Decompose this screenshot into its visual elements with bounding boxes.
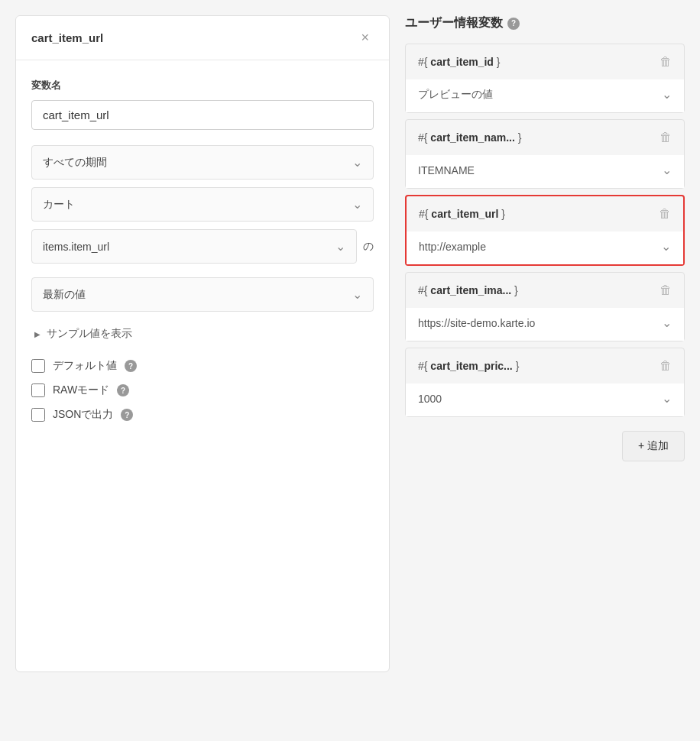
variable-card: #{ cart_item_id } 🗑 プレビューの値 ⌄ <box>405 44 685 113</box>
variable-value-text: http://example <box>419 241 486 253</box>
variable-hash: #{ <box>418 131 430 144</box>
variable-hash: #{ <box>418 284 430 296</box>
category-chevron-icon: ⌄ <box>352 197 362 212</box>
field-dropdown-label: items.item_url <box>43 241 335 253</box>
json-output-help-icon[interactable]: ? <box>121 409 133 421</box>
variable-varname: cart_item_id <box>430 56 493 68</box>
right-panel-header: ユーザー情報変数 ? <box>405 15 685 31</box>
variable-name-text: #{ cart_item_id } <box>418 56 500 68</box>
variable-name-text: #{ cart_item_nam... } <box>418 131 521 144</box>
field-suffix: の <box>363 240 374 254</box>
raw-mode-help-icon[interactable]: ? <box>117 384 129 396</box>
variable-chevron-icon[interactable]: ⌄ <box>661 239 671 254</box>
variable-varname: cart_item_pric... <box>430 360 512 372</box>
json-output-row: JSONで出力 ? <box>31 408 374 422</box>
default-value-row: デフォルト値 ? <box>31 359 374 373</box>
variable-card-header: #{ cart_item_ima... } 🗑 <box>406 273 684 308</box>
right-panel: ユーザー情報変数 ? #{ cart_item_id } 🗑 プレビューの値 ⌄… <box>390 0 700 741</box>
variable-varname: cart_item_ima... <box>430 284 511 296</box>
variable-card: #{ cart_item_nam... } 🗑 ITEMNAME ⌄ <box>405 119 685 189</box>
raw-mode-label: RAWモード <box>53 383 109 397</box>
period-dropdown[interactable]: すべての期間 ⌄ <box>31 145 374 180</box>
variable-name-text: #{ cart_item_url } <box>419 208 505 220</box>
panel-header: cart_item_url × <box>16 16 389 60</box>
variable-varname: cart_item_nam... <box>430 131 515 144</box>
variable-varname: cart_item_url <box>431 208 498 220</box>
field-chevron-icon: ⌄ <box>335 239 345 254</box>
variable-chevron-icon[interactable]: ⌄ <box>662 391 672 406</box>
variable-name-text: #{ cart_item_ima... } <box>418 284 518 296</box>
value-type-dropdown[interactable]: 最新の値 ⌄ <box>31 277 374 312</box>
raw-mode-row: RAWモード ? <box>31 383 374 397</box>
variable-value-row: ITEMNAME ⌄ <box>406 155 684 188</box>
category-dropdown-label: カート <box>43 198 352 212</box>
variable-value-text: 1000 <box>418 393 442 405</box>
variable-value-row: プレビューの値 ⌄ <box>406 79 684 112</box>
field-row: items.item_url ⌄ の <box>31 229 374 264</box>
variable-card-header: #{ cart_item_nam... } 🗑 <box>406 120 684 155</box>
variable-value-row: 1000 ⌄ <box>406 383 684 416</box>
variable-card: #{ cart_item_pric... } 🗑 1000 ⌄ <box>405 348 685 417</box>
default-value-checkbox[interactable] <box>31 359 45 373</box>
json-output-checkbox[interactable] <box>31 408 45 422</box>
right-panel-title: ユーザー情報変数 <box>405 15 503 31</box>
raw-mode-checkbox[interactable] <box>31 383 45 397</box>
variable-chevron-icon[interactable]: ⌄ <box>662 87 672 102</box>
delete-variable-icon[interactable]: 🗑 <box>659 207 671 221</box>
value-type-chevron-icon: ⌄ <box>352 287 362 302</box>
variables-list: #{ cart_item_id } 🗑 プレビューの値 ⌄ #{ cart_it… <box>405 44 685 417</box>
variable-value-row: http://example ⌄ <box>407 231 683 264</box>
variable-name-label: 変数名 <box>31 79 374 92</box>
delete-variable-icon[interactable]: 🗑 <box>659 283 672 297</box>
period-chevron-icon: ⌄ <box>352 155 362 170</box>
delete-variable-icon[interactable]: 🗑 <box>659 359 672 373</box>
default-value-label: デフォルト値 <box>53 359 117 373</box>
value-type-label: 最新の値 <box>43 288 352 302</box>
variable-card: #{ cart_item_ima... } 🗑 https://site-dem… <box>405 272 685 341</box>
variable-value-text: プレビューの値 <box>418 88 493 102</box>
right-panel-help-icon[interactable]: ? <box>507 18 520 30</box>
sample-toggle-label: サンプル値を表示 <box>47 327 132 341</box>
variable-value-text: https://site-demo.karte.io <box>418 317 535 329</box>
panel-title: cart_item_url <box>31 31 103 44</box>
variable-value-text: ITEMNAME <box>418 164 475 176</box>
delete-variable-icon[interactable]: 🗑 <box>659 131 672 144</box>
variable-hash: #{ <box>418 360 430 372</box>
default-value-help-icon[interactable]: ? <box>125 360 137 372</box>
delete-variable-icon[interactable]: 🗑 <box>659 55 672 69</box>
field-dropdown[interactable]: items.item_url ⌄ <box>31 229 357 264</box>
variable-value-row: https://site-demo.karte.io ⌄ <box>406 308 684 341</box>
category-dropdown[interactable]: カート ⌄ <box>31 187 374 222</box>
variable-name-input[interactable] <box>31 100 374 130</box>
panel-body: 変数名 すべての期間 ⌄ カート ⌄ items.item_url ⌄ の 最新… <box>16 60 389 451</box>
variable-chevron-icon[interactable]: ⌄ <box>662 315 672 330</box>
variable-hash: #{ <box>419 208 431 220</box>
period-dropdown-label: すべての期間 <box>43 156 352 170</box>
close-button[interactable]: × <box>356 28 374 47</box>
variable-card-header: #{ cart_item_id } 🗑 <box>406 44 684 79</box>
json-output-label: JSONで出力 <box>53 408 113 422</box>
triangle-icon: ▶ <box>34 330 41 338</box>
variable-hash: #{ <box>418 56 430 68</box>
add-variable-button[interactable]: + 追加 <box>622 431 685 461</box>
sample-toggle[interactable]: ▶ サンプル値を表示 <box>31 319 374 348</box>
variable-card-header: #{ cart_item_url } 🗑 <box>407 196 683 231</box>
variable-card: #{ cart_item_url } 🗑 http://example ⌄ <box>405 195 685 266</box>
left-panel: cart_item_url × 変数名 すべての期間 ⌄ カート ⌄ items… <box>15 15 390 672</box>
variable-chevron-icon[interactable]: ⌄ <box>662 163 672 177</box>
variable-card-header: #{ cart_item_pric... } 🗑 <box>406 348 684 383</box>
variable-name-text: #{ cart_item_pric... } <box>418 360 519 372</box>
